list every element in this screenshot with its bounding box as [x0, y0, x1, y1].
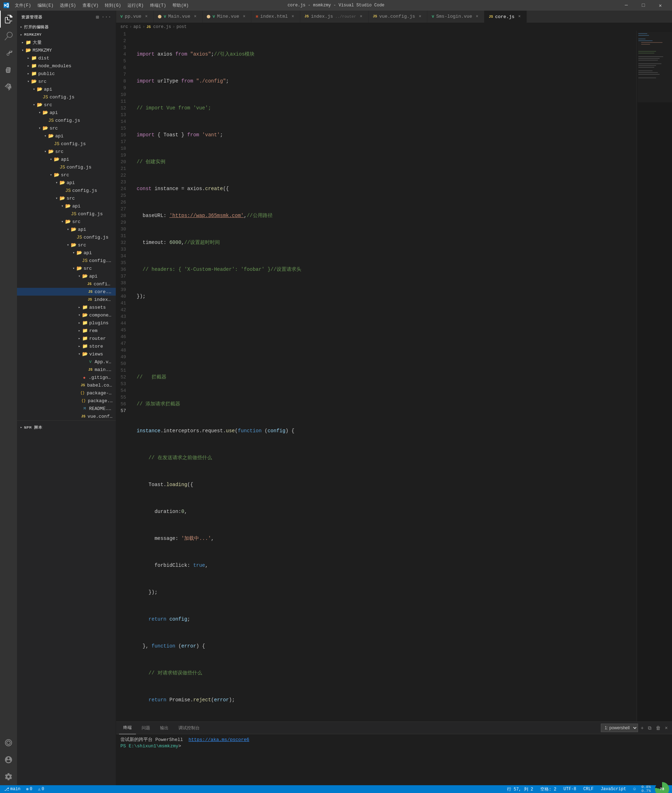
menu-goto[interactable]: 转到(G)	[102, 1, 124, 10]
activity-extensions[interactable]	[0, 78, 17, 96]
sidebar-header-icons[interactable]: ⊞ ···	[96, 14, 112, 20]
menu-help[interactable]: 帮助(H)	[170, 1, 192, 10]
tree-folder-nodemodules[interactable]: ▸ 📁 node_modules	[17, 62, 116, 70]
tree-folder-api3[interactable]: ▾ 📂 api	[17, 132, 116, 140]
status-errors[interactable]: ⊗ 0	[25, 787, 34, 792]
code-editor[interactable]: 1 2 3 4 5 6 7 8 9 10 11 12 13 14 15 16 1…	[116, 31, 672, 721]
tree-file-appvue[interactable]: V App.vue	[17, 358, 116, 366]
panel-tab-debug[interactable]: 调试控制台	[174, 722, 204, 734]
status-language[interactable]: JavaScript	[599, 787, 627, 791]
code-content[interactable]: import axios from "axios";//引入axios模块 im…	[134, 31, 637, 721]
tree-folder-store[interactable]: ▸ 📁 store	[17, 342, 116, 350]
tab-mine[interactable]: V Mine.vue ×	[203, 11, 251, 22]
status-encoding[interactable]: UTF-8	[562, 787, 578, 791]
activity-scm[interactable]	[0, 45, 17, 62]
tab-core-close[interactable]: ×	[517, 14, 522, 19]
tree-folder-api8[interactable]: ▾ 📂 api	[17, 249, 116, 257]
tree-file-config3[interactable]: JS config.js	[17, 140, 116, 148]
terminal-selector[interactable]: 1: powershell	[601, 724, 638, 732]
tree-file-config4[interactable]: JS config.js	[17, 163, 116, 171]
status-feedback[interactable]: ☺	[632, 787, 637, 791]
activity-account[interactable]	[0, 751, 17, 768]
tab-pp[interactable]: V pp.vue ×	[116, 11, 154, 22]
npm-scripts-section[interactable]: ▸ NPM 脚本	[17, 424, 116, 431]
tree-folder-src-main[interactable]: ▾ 📂 src	[17, 264, 116, 272]
status-line-col[interactable]: 行 57, 列 2	[506, 786, 534, 792]
tree-folder-api-main[interactable]: ▾ 📂 api	[17, 272, 116, 280]
maximize-button[interactable]: □	[635, 0, 651, 11]
tree-folder-api5[interactable]: ▾ 📂 api	[17, 179, 116, 187]
menu-file[interactable]: 文件(F)	[12, 1, 34, 10]
tree-file-config8[interactable]: JS config.js	[17, 257, 116, 264]
new-file-icon[interactable]: ⊞	[96, 14, 99, 20]
status-line-ending[interactable]: CRLF	[582, 787, 595, 791]
tab-pp-close[interactable]: ×	[143, 14, 149, 19]
tree-file-vueconfig[interactable]: JS vue.config.js	[17, 412, 116, 420]
tab-core[interactable]: JS core.js ×	[484, 11, 527, 22]
tree-folder-public[interactable]: ▸ 📁 public	[17, 70, 116, 78]
breadcrumb-post[interactable]: post	[176, 24, 187, 29]
new-terminal-button[interactable]: +	[639, 724, 645, 731]
tree-folder-src1[interactable]: ▾ 📂 src	[17, 78, 116, 85]
terminal-pscore-link[interactable]: https://aka.ms/pscore6	[188, 737, 249, 742]
tree-folder-router[interactable]: ▸ 📁 router	[17, 334, 116, 342]
tree-folder-api7[interactable]: ▾ 📂 api	[17, 225, 116, 233]
tab-sms[interactable]: V Sms-login.vue ×	[427, 11, 484, 22]
project-root[interactable]: ▸ MSMKZMY	[17, 31, 116, 38]
activity-search[interactable]	[0, 27, 17, 45]
split-terminal-button[interactable]: ⧉	[646, 724, 653, 732]
tree-folder-src5[interactable]: ▾ 📂 src	[17, 171, 116, 179]
status-git[interactable]: ⎇ main	[3, 787, 22, 792]
panel-tab-terminal[interactable]: 终端	[119, 722, 136, 734]
tab-index-js[interactable]: JS index.js ../router ×	[300, 11, 369, 22]
tree-folder-src3[interactable]: ▾ 📂 src	[17, 124, 116, 132]
tab-indexjs-close[interactable]: ×	[358, 14, 364, 19]
tree-file-package[interactable]: {} package.json	[17, 397, 116, 404]
tree-folder-api6[interactable]: ▾ 📂 api	[17, 202, 116, 210]
tree-folder-dist[interactable]: ▸ 📁 dist	[17, 54, 116, 62]
kill-terminal-button[interactable]: 🗑	[654, 724, 662, 731]
menu-select[interactable]: 选择(S)	[57, 1, 79, 10]
activity-debug[interactable]	[0, 62, 17, 78]
tree-folder-msmkzmy[interactable]: ▾ 📂 MSMKZMY	[17, 46, 116, 54]
tree-folder-src7[interactable]: ▾ 📂 src	[17, 218, 116, 225]
activity-explorer[interactable]	[0, 11, 17, 27]
titlebar-menu[interactable]: 文件(F) 编辑(E) 选择(S) 查看(V) 转到(G) 运行(R) 终端(T…	[12, 1, 192, 10]
tree-folder-api4[interactable]: ▾ 📂 api	[17, 155, 116, 163]
tree-file-config2[interactable]: JS config.js	[17, 117, 116, 124]
tree-file-packagelock[interactable]: {} package-lock.json	[17, 389, 116, 397]
breadcrumb-corejs[interactable]: JS core.js	[147, 24, 171, 29]
status-spaces[interactable]: 空格: 2	[539, 786, 558, 792]
tree-file-indexjs[interactable]: JS index.js	[17, 296, 116, 304]
close-button[interactable]: ✕	[652, 0, 669, 11]
menu-run[interactable]: 运行(R)	[125, 1, 147, 10]
tab-vueconfig-close[interactable]: ×	[417, 14, 423, 19]
tree-file-mainjs[interactable]: JS main.js	[17, 366, 116, 374]
menu-terminal[interactable]: 终端(T)	[147, 1, 169, 10]
tab-vue-config[interactable]: JS vue.config.js ×	[369, 11, 427, 22]
menu-edit[interactable]: 编辑(E)	[35, 1, 57, 10]
tree-folder-plugins[interactable]: ▸ 📁 plugins	[17, 319, 116, 327]
tree-folder-api2[interactable]: ▾ 📂 api	[17, 109, 116, 117]
tab-main[interactable]: V Main.vue ×	[154, 11, 203, 22]
tree-folder-src2[interactable]: ▾ 📂 src	[17, 101, 116, 109]
more-icon[interactable]: ···	[102, 14, 112, 20]
tree-file-gitignore[interactable]: ◆ .gitignore	[17, 374, 116, 381]
menu-view[interactable]: 查看(V)	[80, 1, 102, 10]
activity-settings[interactable]	[0, 768, 17, 785]
close-panel-button[interactable]: ×	[664, 724, 669, 731]
window-controls[interactable]: ─ □ ✕	[618, 0, 669, 11]
activity-remote[interactable]	[0, 734, 17, 751]
breadcrumb-src[interactable]: src	[120, 24, 128, 29]
tree-folder-views[interactable]: ▾ 📂 views	[17, 350, 116, 358]
minimize-button[interactable]: ─	[618, 0, 634, 11]
tree-file-config6[interactable]: JS config.js	[17, 210, 116, 218]
tree-folder-src8[interactable]: ▾ 📂 src	[17, 241, 116, 249]
tree-folder-src6[interactable]: ▾ 📂 src	[17, 194, 116, 202]
tree-folder-components[interactable]: ▾ 📂 components	[17, 311, 116, 319]
tree-folder-api1[interactable]: ▾ 📂 api	[17, 85, 116, 93]
tree-folder-src4[interactable]: ▾ 📂 src	[17, 148, 116, 155]
tree-file-babelconfig[interactable]: JS babel.config.js	[17, 381, 116, 389]
tab-mine-close[interactable]: ×	[241, 14, 247, 19]
tab-sms-close[interactable]: ×	[474, 14, 480, 19]
